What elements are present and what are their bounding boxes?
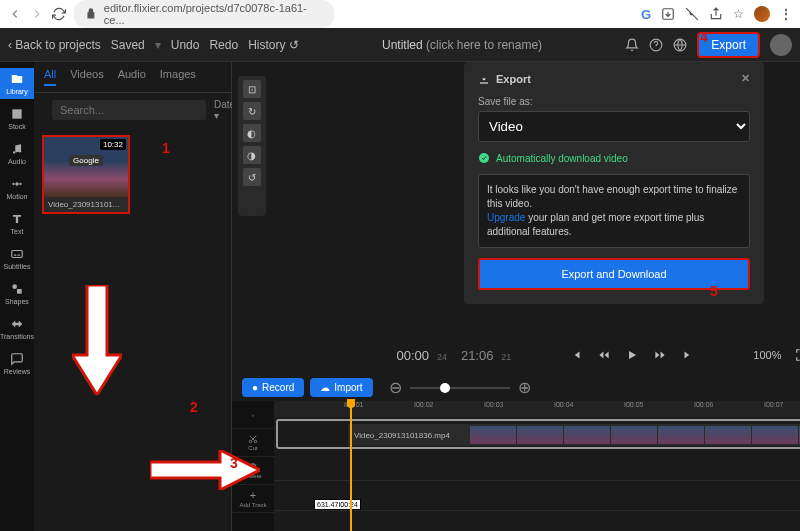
lib-tab-all[interactable]: All [44, 68, 56, 86]
close-icon[interactable]: ✕ [741, 72, 750, 85]
rail-audio[interactable]: Audio [0, 138, 34, 169]
tool-flip-h[interactable]: ◐ [243, 124, 261, 142]
play-icon[interactable] [625, 348, 639, 362]
url-text: editor.flixier.com/projects/d7c0078c-1a6… [104, 2, 324, 26]
svg-rect-9 [12, 251, 23, 258]
lib-tab-videos[interactable]: Videos [70, 68, 103, 86]
playback-bar: 00:00 24 21:06 21 100% [232, 336, 800, 374]
history-button[interactable]: History ↺ [248, 38, 299, 52]
current-time: 00:00 24 [397, 348, 447, 363]
svg-point-15 [479, 153, 489, 163]
check-icon [478, 152, 490, 164]
warning-box: It looks like you don't have enough expo… [478, 174, 750, 248]
svg-point-7 [12, 183, 14, 185]
reload-icon[interactable] [52, 7, 66, 21]
upgrade-link[interactable]: Upgrade [487, 212, 525, 223]
timeline-track-3[interactable] [274, 481, 800, 511]
search-input[interactable] [52, 100, 206, 120]
fullscreen-icon[interactable] [795, 348, 800, 362]
svg-rect-3 [12, 109, 21, 118]
export-download-button[interactable]: Export and Download [478, 258, 750, 290]
svg-point-4 [13, 151, 15, 153]
tl-cut[interactable]: Cut [232, 429, 274, 457]
download-icon [478, 73, 490, 85]
export-title: Export [496, 73, 531, 85]
timeline-clip[interactable]: Video_230913101836.mp4 [348, 424, 800, 446]
zoom-in-icon[interactable]: ⊕ [518, 378, 531, 397]
browser-bar: editor.flixier.com/projects/d7c0078c-1a6… [0, 0, 800, 28]
library-panel: All Videos Audio Images Date ▾ 10:32 Vid… [34, 62, 232, 531]
library-clip[interactable]: 10:32 Video_230913101... [42, 135, 130, 214]
tl-delete[interactable]: Delete [232, 457, 274, 485]
url-bar[interactable]: editor.flixier.com/projects/d7c0078c-1a6… [74, 0, 334, 28]
install-icon[interactable] [661, 7, 675, 21]
svg-rect-11 [17, 289, 22, 294]
lock-icon [84, 7, 98, 21]
rail-text[interactable]: Text [0, 208, 34, 239]
rail-stock[interactable]: Stock [0, 103, 34, 134]
project-title[interactable]: Untitled (click here to rename) [309, 38, 616, 52]
tl-add-track[interactable]: +Add Track [232, 485, 274, 513]
tool-crop[interactable]: ⊡ [243, 80, 261, 98]
save-as-label: Save file as: [478, 96, 532, 107]
canvas-tools: ⊡ ↻ ◐ ◑ ↺ [238, 76, 266, 216]
rail-shapes[interactable]: Shapes [0, 278, 34, 309]
timeline-track-2[interactable]: 631.47I00:24 [274, 451, 800, 481]
browser-avatar[interactable] [754, 6, 770, 22]
zoom-pct: 100% [753, 349, 781, 361]
total-time: 21:06 21 [461, 348, 511, 363]
back-to-projects[interactable]: ‹ Back to projects [8, 38, 101, 52]
google-icon[interactable]: G [641, 7, 651, 22]
saved-status: Saved [111, 38, 145, 52]
format-select[interactable]: Video [478, 111, 750, 142]
svg-point-14 [254, 440, 257, 443]
lib-tab-audio[interactable]: Audio [118, 68, 146, 86]
svg-point-6 [15, 182, 19, 186]
skip-start-icon[interactable] [569, 348, 583, 362]
app-topbar: ‹ Back to projects Saved ▾ Undo Redo His… [0, 28, 800, 62]
import-button[interactable]: ☁ Import [310, 378, 372, 397]
playhead[interactable] [350, 401, 352, 531]
user-avatar[interactable] [770, 34, 792, 56]
clip-name: Video_230913101... [44, 197, 128, 212]
tool-redo[interactable]: ↻ [243, 102, 261, 120]
help-icon[interactable] [649, 38, 663, 52]
rail-library[interactable]: Library [0, 68, 34, 99]
record-button[interactable]: ● Record [242, 378, 304, 397]
zoom-out-icon[interactable]: ⊖ [389, 378, 402, 397]
auto-download-toggle[interactable]: Automatically download video [478, 152, 750, 164]
svg-point-13 [249, 440, 252, 443]
timeline-track-1[interactable]: Video_230913101836.mp4 [276, 419, 800, 449]
skip-end-icon[interactable] [681, 348, 695, 362]
bell-icon[interactable] [625, 38, 639, 52]
export-panel: Export ✕ Save file as: Video Automatical… [464, 62, 764, 304]
share-icon[interactable] [709, 7, 723, 21]
globe-icon[interactable] [673, 38, 687, 52]
tl-expand[interactable]: › [232, 401, 274, 429]
svg-point-10 [12, 284, 17, 289]
export-button[interactable]: Export [697, 32, 760, 58]
redo-button[interactable]: Redo [209, 38, 238, 52]
rail-transitions[interactable]: Transitions [0, 313, 34, 344]
rail-subtitles[interactable]: Subtitles [0, 243, 34, 274]
forward-icon[interactable] [30, 7, 44, 21]
menu-icon[interactable]: ⋮ [780, 7, 792, 21]
back-icon[interactable] [8, 7, 22, 21]
eye-off-icon[interactable] [685, 7, 699, 21]
tool-undo[interactable]: ↺ [243, 168, 261, 186]
rail-motion[interactable]: Motion [0, 173, 34, 204]
zoom-slider[interactable]: ⊖ ⊕ [389, 378, 800, 397]
rail-reviews[interactable]: Reviews [0, 348, 34, 379]
tool-flip-v[interactable]: ◑ [243, 146, 261, 164]
forward-icon[interactable] [653, 348, 667, 362]
svg-point-8 [19, 183, 21, 185]
timeline: › Cut Delete +Add Track I00:01I00:02I00:… [232, 401, 800, 531]
undo-button[interactable]: Undo [171, 38, 200, 52]
clip-duration: 10:32 [100, 139, 126, 150]
star-icon[interactable]: ☆ [733, 7, 744, 21]
svg-point-5 [19, 150, 21, 152]
lib-tab-images[interactable]: Images [160, 68, 196, 86]
left-rail: Library Stock Audio Motion Text Subtitle… [0, 62, 34, 531]
rewind-icon[interactable] [597, 348, 611, 362]
